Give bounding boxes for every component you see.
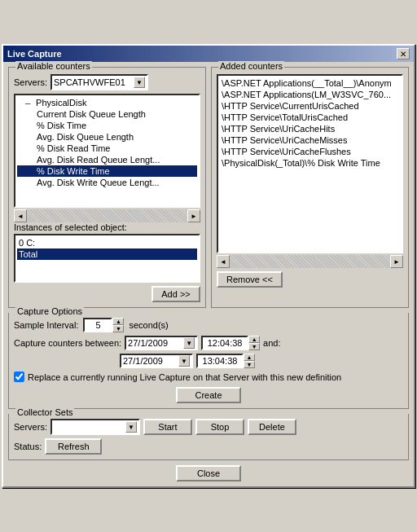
date2-value: 27/1/2009 bbox=[123, 356, 163, 366]
server-dropdown-arrow: ▼ bbox=[134, 77, 145, 88]
date1-arrow: ▼ bbox=[183, 337, 195, 349]
tree-item-label: PhysicalDisk bbox=[36, 98, 86, 108]
instances-label: Instances of selected object: bbox=[14, 222, 200, 232]
added-counters-legend: Added counters bbox=[218, 61, 284, 71]
collector-sets-section: Collector Sets Servers: ▼ Start Stop Del… bbox=[8, 414, 409, 460]
capture-options-legend: Capture Options bbox=[15, 306, 84, 316]
tree-item-label: Avg. Disk Write Queue Lengt... bbox=[37, 178, 160, 187]
time2-input[interactable] bbox=[196, 354, 244, 368]
collector-server-label: Servers: bbox=[14, 422, 47, 432]
server-dropdown[interactable]: SPCATHVWFE01 ▼ bbox=[50, 74, 148, 90]
remove-button[interactable]: Remove << bbox=[217, 271, 283, 288]
time1-spinbox[interactable]: ▲ ▼ bbox=[201, 336, 260, 350]
added-item[interactable]: \HTTP Service\UriCacheHits bbox=[220, 123, 400, 134]
listbox-item[interactable]: 0 C: bbox=[17, 237, 197, 248]
capture-between-row: Capture counters between: 27/1/2009 ▼ ▲ … bbox=[14, 336, 403, 350]
sample-spinbox[interactable]: ▲ ▼ bbox=[83, 318, 124, 332]
added-item[interactable]: \HTTP Service\CurrentUrisCached bbox=[220, 100, 400, 112]
added-scrollbar: ◄ ► bbox=[217, 255, 403, 268]
status-label: Status: bbox=[14, 442, 42, 451]
tree-item-label: Avg. Disk Queue Length bbox=[37, 132, 134, 142]
tree-item-selected[interactable]: % Disk Write Time bbox=[17, 165, 197, 177]
tree-item[interactable]: ─ PhysicalDisk bbox=[17, 97, 197, 108]
listbox-item-selected[interactable]: Total bbox=[17, 248, 197, 260]
tree-expander: ─ bbox=[25, 99, 33, 108]
spin-down-btn[interactable]: ▼ bbox=[244, 361, 255, 368]
tree-item[interactable]: Avg. Disk Queue Length bbox=[17, 131, 197, 143]
remove-row: Remove << bbox=[217, 271, 403, 288]
tree-item-label: Current Disk Queue Length bbox=[37, 109, 146, 119]
close-row: Close bbox=[8, 465, 409, 481]
collector-server-row: Servers: ▼ Start Stop Delete bbox=[14, 419, 403, 435]
tree-item-label: % Disk Write Time bbox=[37, 166, 110, 176]
spin-down-btn[interactable]: ▼ bbox=[248, 343, 260, 350]
scroll-track bbox=[27, 209, 187, 222]
scroll-left-btn[interactable]: ◄ bbox=[14, 209, 27, 222]
spin-arrows: ▲ ▼ bbox=[244, 354, 255, 368]
tree-scrollbar: ◄ ► bbox=[14, 209, 200, 222]
date2-dropdown[interactable]: 27/1/2009 ▼ bbox=[120, 354, 193, 368]
scroll-left-btn[interactable]: ◄ bbox=[217, 255, 230, 268]
added-counters-panel: Added counters \ASP.NET Applications(__T… bbox=[211, 67, 409, 308]
spin-up-btn[interactable]: ▲ bbox=[112, 318, 124, 325]
scroll-track bbox=[230, 255, 390, 268]
server-row: Servers: SPCATHVWFE01 ▼ bbox=[14, 74, 200, 90]
tree-item[interactable]: % Disk Time bbox=[17, 120, 197, 131]
added-item[interactable]: \HTTP Service\UriCacheMisses bbox=[220, 134, 400, 146]
spin-arrows: ▲ ▼ bbox=[248, 336, 260, 350]
scroll-right-btn[interactable]: ► bbox=[390, 255, 403, 268]
capture-between-row2: 27/1/2009 ▼ ▲ ▼ bbox=[14, 354, 403, 368]
sample-label: Sample Interval: bbox=[14, 320, 78, 330]
top-panels: Available counters Servers: SPCATHVWFE01… bbox=[8, 67, 409, 308]
scroll-right-btn[interactable]: ► bbox=[187, 209, 200, 222]
tree-item[interactable]: % Disk Read Time bbox=[17, 143, 197, 154]
tree-item-label: % Disk Time bbox=[37, 121, 86, 130]
capture-label: Capture counters between: bbox=[14, 338, 121, 348]
collector-server-dropdown[interactable]: ▼ bbox=[50, 419, 140, 435]
added-item[interactable]: \HTTP Service\TotalUrisCached bbox=[220, 112, 400, 123]
date2-arrow: ▼ bbox=[178, 355, 190, 367]
capture-options-section: Capture Options Sample Interval: ▲ ▼ sec… bbox=[8, 313, 409, 409]
sample-interval-row: Sample Interval: ▲ ▼ second(s) bbox=[14, 318, 403, 332]
start-button[interactable]: Start bbox=[143, 419, 192, 435]
counter-tree[interactable]: ─ PhysicalDisk Current Disk Queue Length… bbox=[14, 94, 200, 208]
collector-sets-legend: Collector Sets bbox=[15, 407, 74, 417]
close-button[interactable]: Close bbox=[176, 465, 241, 481]
replace-label: Replace a currently running Live Capture… bbox=[28, 372, 341, 382]
refresh-button[interactable]: Refresh bbox=[45, 438, 102, 455]
tree-item[interactable]: Avg. Disk Write Queue Lengt... bbox=[17, 177, 197, 188]
delete-button[interactable]: Delete bbox=[248, 419, 296, 435]
title-bar: Live Capture ✕ bbox=[3, 46, 414, 62]
added-item[interactable]: \PhysicalDisk(_Total)\% Disk Write Time bbox=[220, 157, 400, 169]
spin-down-btn[interactable]: ▼ bbox=[112, 325, 124, 332]
close-icon[interactable]: ✕ bbox=[397, 48, 410, 59]
create-button[interactable]: Create bbox=[176, 387, 241, 403]
time1-input[interactable] bbox=[201, 336, 248, 350]
add-row: Add >> bbox=[14, 286, 200, 302]
status-row: Status: Refresh bbox=[14, 438, 403, 455]
spin-arrows: ▲ ▼ bbox=[112, 318, 124, 332]
tree-item[interactable]: Current Disk Queue Length bbox=[17, 108, 197, 120]
added-item[interactable]: \ASP.NET Applications(__Total__)\Anonym bbox=[220, 77, 400, 89]
added-counters-list[interactable]: \ASP.NET Applications(__Total__)\Anonym … bbox=[217, 74, 403, 253]
added-item[interactable]: \ASP.NET Applications(LM_W3SVC_760... bbox=[220, 89, 400, 100]
server-dropdown-value: SPCATHVWFE01 bbox=[54, 77, 125, 87]
sample-input[interactable] bbox=[83, 318, 112, 332]
create-row: Create bbox=[14, 387, 403, 403]
window-content: Available counters Servers: SPCATHVWFE01… bbox=[3, 62, 414, 486]
window-title: Live Capture bbox=[7, 49, 62, 59]
added-item[interactable]: \HTTP Service\UriCacheFlushes bbox=[220, 146, 400, 157]
date1-dropdown[interactable]: 27/1/2009 ▼ bbox=[125, 336, 198, 350]
replace-checkbox[interactable] bbox=[14, 372, 24, 382]
tree-item[interactable]: Avg. Disk Read Queue Lengt... bbox=[17, 154, 197, 165]
server-label: Servers: bbox=[14, 77, 47, 87]
collector-server-arrow: ▼ bbox=[125, 421, 137, 433]
instances-listbox[interactable]: 0 C: Total bbox=[14, 234, 200, 283]
available-counters-panel: Available counters Servers: SPCATHVWFE01… bbox=[8, 67, 206, 308]
time2-spinbox[interactable]: ▲ ▼ bbox=[196, 354, 255, 368]
available-counters-legend: Available counters bbox=[15, 61, 92, 71]
stop-button[interactable]: Stop bbox=[195, 419, 244, 435]
add-button[interactable]: Add >> bbox=[151, 286, 200, 302]
spin-up-btn[interactable]: ▲ bbox=[244, 354, 255, 361]
spin-up-btn[interactable]: ▲ bbox=[248, 336, 260, 343]
